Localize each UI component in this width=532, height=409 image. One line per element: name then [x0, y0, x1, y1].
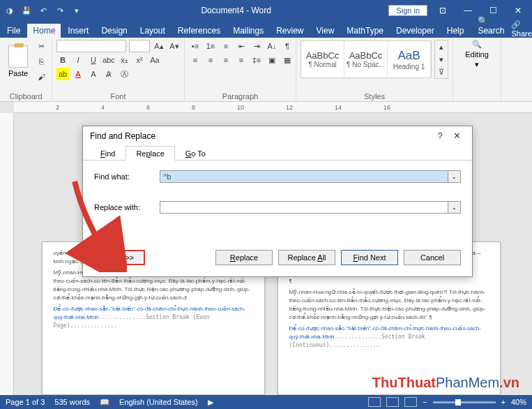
- watermark: ThuThuatPhanMem.vn: [372, 375, 519, 391]
- find-what-input[interactable]: [160, 170, 448, 183]
- tab-references[interactable]: References: [172, 24, 226, 38]
- dialog-tab-find[interactable]: FinFindd: [90, 146, 126, 161]
- style-no-spacing[interactable]: AaBbCc¶ No Spac...: [344, 41, 388, 77]
- cancel-button[interactable]: Cancel: [404, 250, 461, 265]
- replace-button[interactable]: Replace: [215, 250, 273, 265]
- find-replace-dialog: Find and Replace ? ✕ FinFindd Replace Go…: [82, 126, 473, 277]
- replace-all-button[interactable]: Replace All: [278, 250, 335, 265]
- more-button[interactable]: More >>: [94, 250, 145, 265]
- word-count[interactable]: 535 words: [54, 398, 90, 406]
- dialog-tab-goto[interactable]: Go To: [175, 146, 216, 161]
- tab-review[interactable]: Review: [271, 24, 309, 38]
- style-normal[interactable]: AaBbCc¶ Normal: [301, 41, 344, 77]
- strikethrough-icon[interactable]: abc: [102, 54, 115, 66]
- decrease-indent-icon[interactable]: ⇤: [235, 40, 248, 52]
- copy-icon[interactable]: ⎘: [35, 55, 47, 68]
- justify-icon[interactable]: ≡: [235, 54, 248, 66]
- shading-icon[interactable]: ▣: [266, 54, 278, 66]
- change-case-icon[interactable]: Aa: [149, 54, 161, 66]
- borders-icon[interactable]: ▦: [281, 54, 294, 66]
- style-heading1[interactable]: AaBHeading 1: [388, 41, 431, 77]
- font-color-icon[interactable]: A: [72, 68, 84, 80]
- dialog-tabs: FinFindd Replace Go To: [83, 145, 472, 161]
- char-border-icon[interactable]: Ⓐ: [118, 68, 130, 80]
- italic-icon[interactable]: I: [72, 54, 84, 66]
- styles-gallery[interactable]: AaBbCc¶ Normal AaBbCc¶ No Spac... AaBHea…: [301, 40, 432, 78]
- tab-insert[interactable]: Insert: [62, 24, 94, 38]
- page-indicator[interactable]: Page 1 of 3: [6, 398, 45, 406]
- save-icon[interactable]: 💾: [20, 3, 33, 17]
- subscript-icon[interactable]: x₂: [118, 54, 130, 66]
- show-marks-icon[interactable]: ¶: [281, 40, 294, 52]
- bullets-icon[interactable]: •≡: [189, 40, 202, 52]
- clear-formatting-icon[interactable]: A̷: [102, 68, 115, 80]
- replace-with-dropdown-icon[interactable]: ⌄: [448, 201, 461, 214]
- ribbon-display-icon[interactable]: ⊡: [432, 6, 454, 15]
- align-center-icon[interactable]: ≡: [204, 54, 217, 66]
- paste-button[interactable]: Paste: [4, 45, 32, 77]
- read-mode-icon[interactable]: [368, 397, 381, 407]
- macro-icon[interactable]: ▶: [208, 398, 213, 407]
- font-name-input[interactable]: [56, 40, 126, 52]
- dialog-help-icon[interactable]: ?: [432, 131, 448, 141]
- dialog-tab-replace[interactable]: Replace: [126, 146, 174, 161]
- redo-icon[interactable]: ↷: [53, 3, 67, 17]
- styles-scroll-up-icon[interactable]: ▴: [435, 40, 448, 53]
- font-size-input[interactable]: [129, 40, 150, 52]
- replace-with-input[interactable]: [160, 201, 448, 214]
- highlight-icon[interactable]: ab: [56, 68, 69, 80]
- tab-mathtype[interactable]: MathType: [341, 24, 389, 38]
- grow-font-icon[interactable]: A▴: [153, 40, 165, 52]
- group-styles: AaBbCc¶ Normal AaBbCc¶ No Spac... AaBHea…: [296, 38, 453, 101]
- tab-layout[interactable]: Layout: [135, 24, 171, 38]
- status-bar: Page 1 of 3 535 words 📖 English (United …: [0, 395, 532, 409]
- zoom-out-icon[interactable]: −: [423, 398, 427, 406]
- editing-button[interactable]: 🔍 Editing ▾: [457, 40, 496, 69]
- find-what-dropdown-icon[interactable]: ⌄: [448, 170, 461, 183]
- format-painter-icon[interactable]: 🖌: [35, 70, 47, 83]
- line-spacing-icon[interactable]: ‡≡: [250, 54, 263, 66]
- tab-mailings[interactable]: Mailings: [227, 24, 269, 38]
- web-layout-icon[interactable]: [404, 397, 417, 407]
- cut-icon[interactable]: ✂: [35, 40, 47, 52]
- print-layout-icon[interactable]: [386, 397, 399, 407]
- autosave-icon[interactable]: ◑: [3, 3, 17, 17]
- spellcheck-icon[interactable]: 📖: [100, 398, 109, 407]
- zoom-slider[interactable]: [433, 401, 496, 403]
- sort-icon[interactable]: A↓: [266, 40, 278, 52]
- tab-view[interactable]: View: [311, 24, 340, 38]
- numbering-icon[interactable]: 1≡: [204, 40, 217, 52]
- tab-developer[interactable]: Developer: [390, 24, 440, 38]
- tab-design[interactable]: Design: [96, 24, 132, 38]
- zoom-level[interactable]: 40%: [511, 398, 526, 406]
- font-group-label: Font: [56, 91, 180, 101]
- vertical-ruler[interactable]: [0, 113, 14, 395]
- clipboard-group-label: Clipboard: [4, 91, 47, 101]
- find-next-button[interactable]: Find Next: [341, 250, 398, 265]
- close-icon[interactable]: ✕: [507, 6, 529, 15]
- share-button[interactable]: 🔗 Share: [511, 20, 531, 38]
- zoom-in-icon[interactable]: +: [501, 398, 506, 406]
- search-button[interactable]: 🔍 Search: [472, 14, 510, 38]
- dialog-close-icon[interactable]: ✕: [448, 131, 465, 141]
- styles-expand-icon[interactable]: ⊽: [435, 66, 448, 78]
- superscript-icon[interactable]: x²: [133, 54, 146, 66]
- paragraph-group-label: Paragraph: [189, 91, 291, 101]
- tab-file[interactable]: File: [1, 24, 26, 38]
- increase-indent-icon[interactable]: ⇥: [250, 40, 263, 52]
- sign-in-button[interactable]: Sign in: [388, 5, 427, 16]
- text-effects-icon[interactable]: A: [87, 68, 100, 80]
- bold-icon[interactable]: B: [56, 54, 69, 66]
- tab-help[interactable]: Help: [441, 24, 470, 38]
- styles-scroll-down-icon[interactable]: ▾: [435, 53, 448, 66]
- multilevel-icon[interactable]: ≡: [220, 40, 232, 52]
- qat-customize-icon[interactable]: ▾: [70, 3, 84, 17]
- language-indicator[interactable]: English (United States): [119, 398, 198, 406]
- tab-home[interactable]: Home: [27, 24, 61, 38]
- horizontal-ruler[interactable]: 246810121416: [14, 102, 532, 113]
- undo-icon[interactable]: ↶: [36, 3, 50, 17]
- align-right-icon[interactable]: ≡: [220, 54, 232, 66]
- shrink-font-icon[interactable]: A▾: [168, 40, 181, 52]
- underline-icon[interactable]: U: [87, 54, 100, 66]
- align-left-icon[interactable]: ≡: [189, 54, 202, 66]
